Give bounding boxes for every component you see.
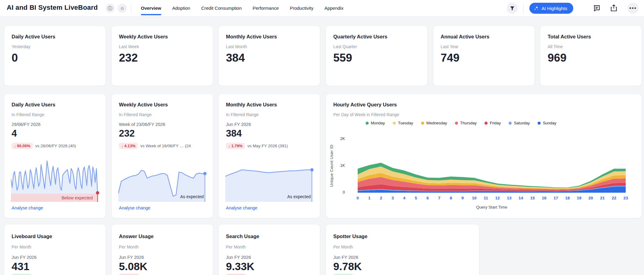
card-title: Liveboard Usage	[12, 234, 52, 239]
tab-productivity[interactable]: Productivity	[290, 0, 313, 16]
more-icon: •••	[629, 5, 637, 11]
card-subtitle: Per Month	[119, 245, 139, 249]
hourly-stacked-area-chart[interactable]	[358, 138, 626, 193]
tab-credit-consumption[interactable]: Credit Consumption	[201, 0, 242, 16]
usage-value: 431	[12, 260, 29, 273]
legend-item-tuesday[interactable]: Tuesday	[393, 121, 413, 125]
legend-dot-icon	[485, 122, 488, 125]
usage-card-answer: Answer Usage Per Month Jun FY 2026 5.08K	[111, 224, 213, 275]
trend-value: 4	[12, 128, 17, 139]
trend-card-daily: Daily Active Users In Filtered Range 29/…	[4, 94, 106, 218]
analyse-change-link[interactable]: Analyse change	[226, 205, 257, 210]
kpi-card-quarterly: Quarterly Active Users Last Quarter 559	[326, 26, 428, 86]
arrow-down-icon: ↓	[121, 144, 123, 148]
legend-label: Friday	[490, 121, 501, 125]
x-tick-label: 22	[612, 196, 616, 200]
kpi-value: 0	[12, 52, 18, 64]
info-button[interactable]: ⓘ	[106, 4, 115, 13]
x-tick-label: 2	[380, 196, 382, 200]
ai-highlights-button[interactable]: AI Highlights	[529, 3, 573, 14]
analyse-change-link[interactable]: Analyse change	[119, 205, 150, 210]
x-tick-label: 21	[600, 196, 605, 200]
comment-icon[interactable]	[593, 4, 601, 12]
header-divider-2	[523, 4, 524, 13]
change-badge: ↓ 1.79%	[226, 143, 245, 149]
trend-badge	[333, 274, 353, 275]
card-title: Daily Active Users	[12, 102, 55, 108]
kpi-value: 969	[548, 52, 567, 64]
x-tick-label: 17	[553, 196, 558, 200]
comparison-text: vs May FY 2026 (391)	[247, 144, 288, 148]
comparison-text: vs Week of 16/06/FY … (24	[140, 144, 191, 148]
kpi-card-weekly: Weekly Active Users Last Week 232	[111, 26, 213, 86]
favorite-button[interactable]: ☆	[118, 4, 127, 13]
x-tick-label: 15	[530, 196, 535, 200]
tab-overview[interactable]: Overview	[141, 0, 161, 16]
x-tick-label: 13	[507, 196, 511, 200]
card-title: Daily Active Users	[12, 34, 55, 40]
daily-sparkline-chart[interactable]: Below expected	[11, 154, 100, 202]
card-subtitle: Last Month	[226, 44, 247, 49]
kpi-card-daily: Daily Active Users Yesterday 0	[4, 26, 106, 86]
card-subtitle: In Filtered Range	[226, 112, 259, 117]
kpi-value: 749	[441, 52, 460, 64]
legend-item-monday[interactable]: Monday	[366, 121, 385, 125]
x-tick-label: 20	[589, 196, 593, 200]
usage-card-search: Search Usage Per Month Jun FY 2026 9.33K	[218, 224, 320, 275]
kpi-value: 559	[333, 52, 352, 64]
hourly-chart-card: Hourly Active Query Users Per Day of Wee…	[326, 94, 642, 218]
card-title: Weekly Active Users	[119, 34, 168, 40]
legend-item-wednesday[interactable]: Wednesday	[421, 121, 447, 125]
x-tick-label: 23	[623, 196, 628, 200]
share-icon[interactable]	[610, 4, 618, 12]
legend-dot-icon	[538, 122, 541, 125]
tab-appendix[interactable]: Appendix	[324, 0, 344, 16]
card-period: Jun FY 2026	[119, 255, 144, 260]
legend-item-thursday[interactable]: Thursday	[455, 121, 477, 125]
change-badge: ↓ 4.13%	[119, 143, 138, 149]
kpi-card-annual: Annual Active Users Last Year 749	[433, 26, 535, 86]
legend-label: Sunday	[543, 121, 556, 125]
x-tick-label: 14	[519, 196, 523, 200]
legend-item-sunday[interactable]: Sunday	[538, 121, 556, 125]
card-period: Jun FY 2026	[226, 255, 251, 260]
card-title: Weekly Active Users	[119, 102, 168, 108]
legend-dot-icon	[393, 122, 396, 125]
card-title: Quarterly Active Users	[333, 34, 387, 40]
usage-value: 5.08K	[119, 260, 147, 273]
trend-value: 232	[119, 128, 135, 139]
change-row: ↓ 4.13% vs Week of 16/06/FY … (24	[119, 142, 208, 149]
legend-item-saturday[interactable]: Saturday	[509, 121, 530, 125]
x-tick-label: 16	[542, 196, 546, 200]
trend-badge	[226, 274, 246, 275]
weekly-sparkline-chart[interactable]: As expected	[118, 154, 207, 202]
x-axis-ticks: 01234567891011121314151617181920212223	[358, 196, 626, 201]
svg-text:As expected: As expected	[287, 194, 311, 199]
sparkle-icon	[534, 5, 539, 11]
kpi-value: 384	[226, 52, 245, 64]
card-title: Monthly Active Users	[226, 34, 277, 40]
header: AI and BI System LiveBoard ⓘ ☆ Overview …	[0, 0, 644, 17]
usage-value: 9.78K	[333, 260, 362, 273]
page-title: AI and BI System LiveBoard	[7, 4, 98, 12]
arrow-down-icon: ↓	[228, 144, 231, 148]
x-tick-label: 18	[565, 196, 570, 200]
card-subtitle: Per Month	[226, 245, 246, 249]
tab-performance[interactable]: Performance	[253, 0, 279, 16]
x-tick-label: 9	[461, 196, 464, 200]
card-subtitle: Last Year	[441, 44, 458, 49]
tab-adoption[interactable]: Adoption	[172, 0, 190, 16]
card-subtitle: Per Day of Week in Filtered Range	[333, 112, 399, 117]
more-button[interactable]: •••	[628, 3, 639, 14]
usage-value: 9.33K	[226, 260, 254, 273]
legend-item-friday[interactable]: Friday	[485, 121, 501, 125]
trend-value: 384	[226, 128, 242, 139]
card-period: Jun FY 2026	[12, 255, 37, 260]
monthly-sparkline-chart[interactable]: As expected	[225, 154, 314, 202]
comparison-text: vs 28/06/FY 2026 (40)	[35, 144, 76, 148]
legend-label: Thursday	[460, 121, 477, 125]
legend-dot-icon	[421, 122, 424, 125]
legend-dot-icon	[366, 122, 369, 125]
analyse-change-link[interactable]: Analyse change	[12, 205, 43, 210]
filter-button[interactable]	[507, 3, 518, 14]
